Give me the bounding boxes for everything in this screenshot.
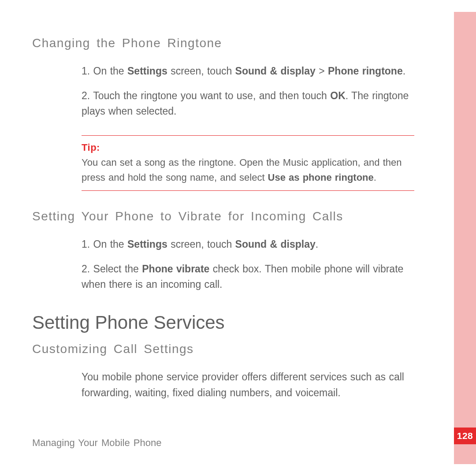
tip-box: Tip: You can set a song as the ringtone.… [82, 135, 414, 191]
bold: Settings [127, 65, 167, 77]
bold: Phone ringtone [328, 65, 403, 77]
steps-changing-ringtone: 1. On the Settings screen, touch Sound &… [82, 63, 414, 119]
title-phone-services: Setting Phone Services [32, 312, 414, 333]
step-item: 2. Select the Phone vibrate check box. T… [82, 261, 414, 293]
text: 2. Select the [82, 263, 142, 275]
text: . [374, 172, 376, 183]
step-item: 1. On the Settings screen, touch Sound &… [82, 63, 414, 79]
bold: Use as phone ringtone [268, 172, 374, 183]
side-accent-bar [454, 12, 476, 464]
step-item: 1. On the Settings screen, touch Sound &… [82, 237, 414, 253]
bold: Sound & display [235, 65, 316, 77]
footer-section-title: Managing Your Mobile Phone [32, 437, 161, 449]
bold: Phone vibrate [142, 263, 209, 275]
text: . [403, 65, 405, 77]
heading-changing-ringtone: Changing the Phone Ringtone [32, 36, 414, 50]
tip-label: Tip: [82, 142, 414, 153]
page-number: 128 [454, 428, 476, 444]
bold: Sound & display [235, 238, 316, 250]
tip-text: You can set a song as the ringtone. Open… [82, 155, 414, 185]
bold: Settings [127, 238, 167, 250]
text: 1. On the [82, 238, 127, 250]
text: . [316, 238, 318, 250]
heading-call-settings: Customizing Call Settings [32, 342, 414, 356]
text: > [316, 65, 328, 77]
text: 2. Touch the ringtone you want to use, a… [82, 90, 330, 101]
step-item: 2. Touch the ringtone you want to use, a… [82, 88, 414, 119]
paragraph-call-settings: You mobile phone service provider offers… [82, 369, 414, 401]
heading-vibrate: Setting Your Phone to Vibrate for Incomi… [32, 209, 414, 223]
text: screen, touch [167, 65, 235, 77]
bold: OK [330, 90, 346, 101]
steps-vibrate: 1. On the Settings screen, touch Sound &… [82, 237, 414, 293]
page-content: Changing the Phone Ringtone 1. On the Se… [0, 0, 454, 401]
text: 1. On the [82, 65, 127, 77]
text: screen, touch [167, 238, 235, 250]
